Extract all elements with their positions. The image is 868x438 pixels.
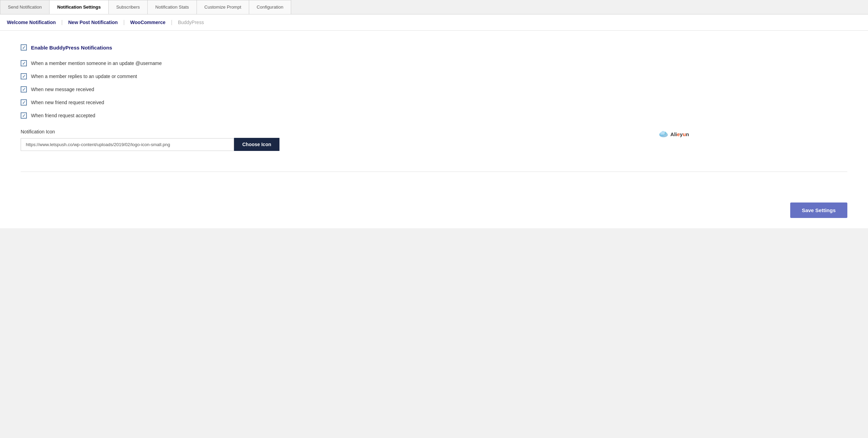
checkbox-friend-request-row: When new friend request received bbox=[21, 99, 847, 106]
save-settings-button[interactable]: Save Settings bbox=[790, 202, 847, 218]
alieyun-badge: Alieyun bbox=[659, 131, 689, 138]
checkbox-mention[interactable] bbox=[21, 60, 27, 66]
checkbox-friend-request-label: When new friend request received bbox=[31, 100, 104, 105]
checkbox-friend-accepted-row: When friend request accepted bbox=[21, 112, 847, 119]
subtab-new-post-notification[interactable]: New Post Notification bbox=[63, 20, 123, 25]
alieyun-text: Alieyun bbox=[670, 131, 689, 137]
checkbox-message[interactable] bbox=[21, 86, 27, 92]
notification-icon-section: Notification Icon Choose Icon bbox=[21, 129, 847, 151]
subtab-woocommerce[interactable]: WooCommerce bbox=[125, 20, 171, 25]
content-area: Enable BuddyPress Notifications When a m… bbox=[0, 31, 868, 202]
subtab-welcome-notification[interactable]: Welcome Notification bbox=[7, 20, 61, 25]
checkbox-friend-request[interactable] bbox=[21, 99, 27, 106]
subtab-buddypress[interactable]: BuddyPress bbox=[172, 20, 209, 25]
checkbox-reply-label: When a member replies to an update or co… bbox=[31, 74, 137, 79]
section-divider bbox=[21, 172, 847, 172]
notification-icon-url-input[interactable] bbox=[21, 138, 234, 151]
sub-tab-bar: Welcome Notification | New Post Notifica… bbox=[0, 14, 868, 31]
checkbox-friend-accepted-label: When friend request accepted bbox=[31, 113, 95, 118]
checkbox-message-label: When new message received bbox=[31, 87, 94, 92]
tab-configuration[interactable]: Configuration bbox=[249, 0, 291, 14]
svg-point-5 bbox=[661, 131, 665, 135]
checkbox-mention-row: When a member mention someone in an upda… bbox=[21, 60, 847, 66]
icon-input-row: Choose Icon bbox=[21, 138, 847, 151]
top-tab-bar: Send Notification Notification Settings … bbox=[0, 0, 868, 14]
choose-icon-button[interactable]: Choose Icon bbox=[234, 138, 279, 151]
save-row: Save Settings bbox=[0, 202, 868, 228]
tab-notification-settings[interactable]: Notification Settings bbox=[49, 0, 108, 14]
tab-send-notification[interactable]: Send Notification bbox=[0, 0, 50, 14]
checkbox-friend-accepted[interactable] bbox=[21, 112, 27, 119]
checkbox-reply-row: When a member replies to an update or co… bbox=[21, 73, 847, 79]
tab-customize-prompt[interactable]: Customize Prompt bbox=[197, 0, 249, 14]
checkbox-message-row: When new message received bbox=[21, 86, 847, 92]
enable-buddypress-checkbox[interactable] bbox=[21, 44, 27, 51]
tab-notification-stats[interactable]: Notification Stats bbox=[147, 0, 197, 14]
notification-icon-label: Notification Icon bbox=[21, 129, 847, 134]
enable-buddypress-row: Enable BuddyPress Notifications bbox=[21, 44, 847, 51]
tab-subscribers[interactable]: Subscribers bbox=[108, 0, 148, 14]
alieyun-cloud-icon bbox=[659, 131, 668, 138]
checkbox-mention-label: When a member mention someone in an upda… bbox=[31, 61, 162, 66]
checkbox-reply[interactable] bbox=[21, 73, 27, 79]
enable-buddypress-label: Enable BuddyPress Notifications bbox=[31, 45, 112, 51]
